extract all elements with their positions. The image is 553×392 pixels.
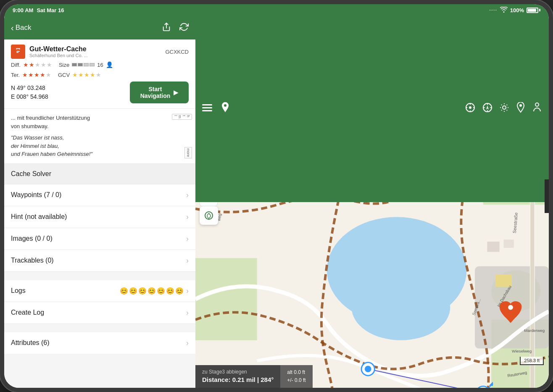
map-menu-icon[interactable] (202, 103, 212, 114)
svg-rect-4 (202, 104, 212, 105)
map-person-icon[interactable] (532, 102, 542, 116)
svg-point-43 (508, 305, 513, 310)
svg-point-16 (352, 274, 450, 340)
person-icon: 👤 (106, 61, 113, 68)
scale-value: 258.3 ft (524, 358, 540, 363)
create-log-chevron-icon: › (186, 308, 189, 317)
hint-chevron-icon: › (186, 213, 189, 221)
svg-rect-19 (195, 258, 257, 340)
cache-title-info: Gut-Wetter-Cache Schäferhund Ben und Co.… (29, 45, 161, 58)
svg-text:Wieselweg: Wieselweg (512, 349, 532, 353)
svg-rect-25 (495, 274, 512, 287)
status-date: Sat Mar 16 (37, 7, 64, 13)
more-badge: more (184, 147, 192, 158)
images-chevron-icon: › (186, 234, 189, 243)
logs-emojis: 😊😊😊😊😊😊😊 (120, 287, 184, 295)
html-badge: html (172, 114, 192, 120)
images-label: Images (0 / 0) (11, 235, 53, 242)
waypoints-chevron-icon: › (186, 191, 189, 200)
hint-item[interactable]: Hint (not available) › (4, 206, 195, 228)
gcv-group: GCV ★ ★ ★ ★ ★ (58, 71, 101, 78)
coordinates: N 49° 03.248 E 008° 54.968 (11, 84, 48, 101)
svg-point-9 (469, 106, 471, 109)
map-waypoint-icon[interactable] (465, 102, 476, 116)
nav-distance: Distance: 0.21 mil | 284° (202, 375, 274, 384)
side-button-right (545, 179, 553, 213)
desc-text-2: "Das Wasser ist nass, der Himmel ist bla… (11, 134, 189, 158)
size-value: 16 (97, 62, 103, 68)
start-navigation-button[interactable]: StartNavigation ▶ (130, 82, 189, 103)
wifi-dots-icon: ···· (490, 8, 498, 13)
map-tool-button[interactable] (200, 206, 218, 225)
back-chevron-icon: ‹ (11, 23, 14, 33)
cache-code: GCXKCD (165, 49, 189, 55)
svg-point-7 (224, 104, 226, 107)
diff-label: Diff. (11, 62, 21, 68)
menu-section: Cache Solver Waypoints (7 / 0) › Hint (n… (4, 164, 195, 388)
coord-n: N 49° 03.248 (11, 84, 48, 92)
map-svg: Seestraße Seestra... Im Dachsbau Marderw… (195, 202, 549, 388)
cache-solver-item[interactable]: Cache Solver (4, 164, 195, 184)
ter-stars: ★ ★ ★ ★ ★ (22, 71, 51, 78)
difficulty-group: Diff. ★ ★ ★ ★ ★ (11, 61, 52, 68)
create-log-label: Create Log (11, 309, 44, 316)
nav-btn-icon: ▶ (174, 89, 178, 96)
battery-icon (527, 8, 540, 13)
alt-label: alt 0.0 ft (287, 368, 305, 376)
svg-rect-24 (503, 239, 514, 248)
svg-text:Marderweg: Marderweg (524, 328, 545, 333)
attributes-label: Attributes (6) (11, 339, 50, 347)
nav-info-bar: zu Stage3 abbiegen Distance: 0.21 mil | … (195, 365, 549, 388)
images-item[interactable]: Images (0 / 0) › (4, 228, 195, 250)
refresh-button[interactable] (179, 22, 189, 34)
svg-rect-23 (487, 242, 499, 252)
cache-type-icon (11, 45, 25, 59)
logs-item[interactable]: Logs 😊😊😊😊😊😊😊 › (4, 280, 195, 302)
attributes-chevron-icon: › (186, 339, 189, 347)
battery-percent: 100% (510, 7, 524, 13)
desc-text-1: ... mit freundlicher Unterstützung von s… (11, 114, 189, 130)
logs-chevron-icon: › (186, 287, 189, 295)
svg-point-12 (519, 104, 522, 107)
nav-info-alt: alt 0.0 ft +/- 0.0 ft (280, 365, 312, 388)
waypoints-item[interactable]: Waypoints (7 / 0) › (4, 184, 195, 206)
map-pin2-icon[interactable] (516, 102, 525, 116)
svg-point-11 (503, 106, 506, 109)
nav-info-main: zu Stage3 abbiegen Distance: 0.21 mil | … (195, 365, 280, 388)
cache-name: Gut-Wetter-Cache (29, 45, 161, 53)
hint-label: Hint (not available) (11, 213, 67, 221)
share-button[interactable] (162, 22, 171, 34)
description-section: html ... mit freundlicher Unterstützung … (4, 109, 195, 164)
map-settings-icon[interactable] (499, 103, 509, 115)
ter-label: Ter. (11, 72, 20, 78)
logs-label: Logs (11, 287, 26, 295)
svg-rect-1 (15, 50, 22, 55)
svg-point-13 (535, 103, 539, 106)
wifi-icon (500, 7, 508, 14)
gcv-label: GCV (58, 72, 70, 78)
svg-rect-6 (202, 110, 212, 111)
gcv-stars: ★ ★ ★ ★ ★ (72, 71, 101, 78)
map-location-pin-icon[interactable] (221, 102, 230, 116)
diff-stars: ★ ★ ★ ★ ★ (23, 61, 52, 68)
size-label: Size (59, 62, 69, 68)
size-group: Size 16 👤 (59, 61, 113, 68)
trackables-label: Trackables (0) (11, 257, 54, 264)
map-compass-icon[interactable] (482, 103, 492, 115)
status-bar: 9:00 AM Sat Mar 16 ···· 100% (4, 4, 549, 16)
trackables-item[interactable]: Trackables (0) › (4, 250, 195, 272)
create-log-item[interactable]: Create Log › (4, 302, 195, 324)
alt-change: +/- 0.0 ft (287, 376, 305, 384)
map-header (195, 16, 549, 202)
terrain-group: Ter. ★ ★ ★ ★ ★ (11, 71, 51, 78)
trackables-chevron-icon: › (186, 256, 189, 265)
nav-title: zu Stage3 abbiegen (202, 368, 274, 376)
waypoints-label: Waypoints (7 / 0) (11, 191, 61, 199)
cache-solver-label: Cache Solver (11, 170, 51, 178)
attributes-item[interactable]: Attributes (6) › (4, 332, 195, 354)
back-button[interactable]: ‹ Back (11, 23, 157, 33)
svg-rect-18 (483, 202, 549, 205)
svg-rect-46 (200, 202, 218, 206)
coord-e: E 008° 54.968 (11, 92, 48, 101)
map-area[interactable]: Seestraße Seestra... Im Dachsbau Marderw… (195, 202, 549, 388)
